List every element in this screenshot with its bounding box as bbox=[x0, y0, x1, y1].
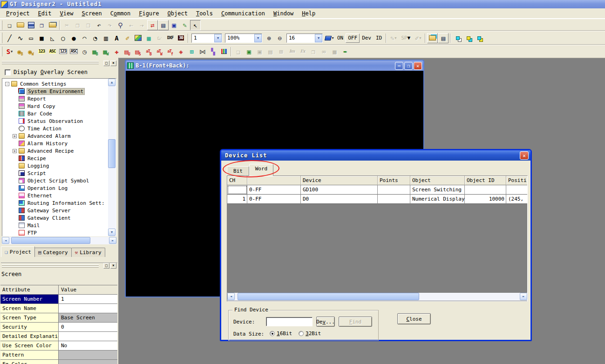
new-screen-button[interactable]: ❐ bbox=[36, 20, 47, 30]
tree-item-ftp[interactable]: FTP bbox=[3, 229, 108, 236]
b1-window-titlebar[interactable]: B-1(Front+Back): – ❐ ✕ bbox=[126, 61, 423, 71]
tree-item-system-environment[interactable]: System Environment bbox=[3, 88, 108, 95]
bit-comment-button[interactable]: ▦B bbox=[90, 47, 101, 57]
off-button[interactable]: OFF bbox=[346, 34, 360, 43]
screen-preview-button[interactable]: ⚲ bbox=[115, 20, 126, 30]
draw-figure-button[interactable]: ✎ bbox=[179, 20, 190, 30]
value-cell[interactable]: Base Screen bbox=[59, 313, 117, 322]
stamp-button[interactable]: ✐▼ bbox=[413, 33, 423, 43]
panelmeter-button[interactable]: ⊞ bbox=[186, 47, 197, 57]
menu-window[interactable]: Window bbox=[269, 9, 298, 18]
arc-button[interactable]: ◠ bbox=[79, 33, 90, 43]
comment-word-button[interactable]: aTW bbox=[154, 47, 165, 57]
system-alarm-button[interactable]: ▤S bbox=[133, 47, 143, 57]
object-list-display-button[interactable]: ▤ bbox=[438, 33, 449, 43]
value-cell[interactable] bbox=[59, 360, 117, 364]
menu-screen[interactable]: Screen bbox=[77, 9, 106, 18]
b1-maximize-button[interactable]: ❐ bbox=[404, 62, 413, 70]
parts-movement-button[interactable]: ⋈ bbox=[197, 47, 208, 57]
data-size-32bit-radio[interactable]: 32Bit bbox=[299, 330, 321, 337]
tree-item-gateway-server[interactable]: Gateway Server bbox=[3, 207, 108, 214]
screen-switch-button[interactable]: ⇄ bbox=[147, 20, 158, 30]
attr-row-use-screen-color[interactable]: Use Screen ColorNo bbox=[0, 341, 117, 351]
menu-figure[interactable]: Figure bbox=[135, 9, 163, 18]
sp-button[interactable]: SP▼ bbox=[399, 34, 413, 43]
tree-hscroll-thumb[interactable] bbox=[11, 237, 90, 244]
numerical-display-button[interactable]: 123 bbox=[36, 47, 47, 57]
tree-item-time-action[interactable]: Time Action bbox=[3, 125, 108, 132]
redo-button[interactable]: ↷ bbox=[104, 20, 115, 30]
hand-cursor-button[interactable]: ☞ bbox=[154, 33, 165, 43]
object-browser-button[interactable]: ▤ bbox=[265, 47, 276, 57]
rectangle-button[interactable]: ▭ bbox=[26, 33, 36, 43]
tree-scroll-down-button[interactable]: ▼ bbox=[108, 229, 116, 236]
tree-item-operation-log[interactable]: Operation Log bbox=[3, 184, 108, 192]
filled-circle-button[interactable]: ● bbox=[68, 33, 79, 43]
device-table-hscrollbar[interactable]: ◄ ► bbox=[227, 293, 527, 301]
attr-row-fg-color[interactable]: Fg Color bbox=[0, 360, 117, 364]
line-button[interactable]: ╱ bbox=[4, 33, 15, 43]
switch-object-button-dropdown-icon[interactable]: ▼ bbox=[11, 50, 13, 54]
device-list-close-icon[interactable]: ✕ bbox=[520, 151, 529, 160]
text-button[interactable]: A bbox=[111, 33, 122, 43]
attr-row-detailed-explanation[interactable]: Detailed Explanation bbox=[0, 332, 117, 341]
tree-item-object-script-symbol[interactable]: Object Script Symbol bbox=[3, 177, 108, 184]
tab-category[interactable]: ▤Category bbox=[34, 248, 72, 257]
stack-front-button[interactable] bbox=[452, 33, 463, 43]
tree-vscroll-thumb[interactable] bbox=[108, 139, 116, 168]
tree-item-status-observation[interactable]: Status Observation bbox=[3, 117, 108, 125]
user-alarm-button[interactable]: ▤U bbox=[122, 47, 133, 57]
save-project-button[interactable] bbox=[26, 20, 36, 30]
next-tool-button[interactable]: ➨ bbox=[340, 47, 351, 57]
tree-item-report[interactable]: Report bbox=[3, 95, 108, 102]
stamp-button-dropdown-icon[interactable]: ▼ bbox=[419, 36, 421, 40]
export-button[interactable]: Ex bbox=[297, 47, 308, 57]
collapse-icon[interactable]: - bbox=[5, 82, 9, 86]
tree-item-script[interactable]: Script bbox=[3, 169, 108, 177]
col-header-object-id[interactable]: Object ID bbox=[465, 176, 506, 185]
edit-vertex-button-dropdown-icon[interactable]: ▼ bbox=[394, 36, 396, 40]
copy-button[interactable]: ❐ bbox=[72, 20, 83, 30]
numerical-input-button[interactable]: 123 bbox=[58, 47, 68, 57]
value-cell[interactable]: 0 bbox=[59, 323, 117, 331]
menu-project[interactable]: Project bbox=[2, 9, 34, 18]
scale-button[interactable]: ▥ bbox=[101, 33, 111, 43]
word-lamp-button[interactable]: ◉W bbox=[26, 47, 36, 57]
previous-screen-button[interactable]: ⇠ bbox=[126, 20, 136, 30]
menu-help[interactable]: Help bbox=[298, 9, 319, 18]
undo-button[interactable]: ↶ bbox=[94, 20, 104, 30]
screen-property-button[interactable]: ❏ bbox=[233, 47, 244, 57]
id-display-button[interactable]: ID bbox=[374, 34, 384, 43]
tree-scroll-right-button[interactable]: ► bbox=[109, 237, 116, 244]
zoom-in-button[interactable]: ⊕ bbox=[264, 33, 274, 43]
ascii-input-button[interactable]: ASC bbox=[68, 47, 79, 57]
tree-item-logging[interactable]: Logging bbox=[3, 162, 108, 169]
tree-scroll-left-button[interactable]: ◄ bbox=[2, 237, 9, 244]
project-panel-close-button[interactable]: × bbox=[110, 61, 116, 66]
comment-bit-button[interactable]: aTB bbox=[143, 47, 154, 57]
cut-button[interactable]: ✂ bbox=[61, 20, 72, 30]
device-search-input[interactable] bbox=[266, 317, 313, 326]
data-view-button[interactable]: ⊞ bbox=[276, 47, 286, 57]
screen-call-button[interactable]: ▦ bbox=[143, 33, 154, 43]
menu-object[interactable]: Object bbox=[163, 9, 192, 18]
find-button[interactable]: Find bbox=[339, 317, 372, 327]
tab-library[interactable]: ⚒Library bbox=[71, 248, 105, 257]
attr-row-screen-number[interactable]: Screen Number1 bbox=[0, 295, 117, 304]
word-comment-button[interactable]: ▦W bbox=[101, 47, 111, 57]
device-row-1[interactable]: 0-FFGD100Screen Switching bbox=[227, 185, 527, 195]
value-cell[interactable] bbox=[59, 351, 117, 359]
tb2-grip[interactable] bbox=[1, 33, 2, 43]
zoom-out-button[interactable]: ⊖ bbox=[274, 33, 285, 43]
col-header-points[interactable]: Points bbox=[378, 176, 410, 185]
menu-communication[interactable]: Communication bbox=[217, 9, 269, 18]
screen-number-combo-dropdown-icon[interactable]: ▼ bbox=[214, 34, 222, 42]
set-overlay-button[interactable]: ▣ bbox=[244, 47, 254, 57]
color-count-combo-dropdown-icon[interactable]: ▼ bbox=[315, 34, 322, 42]
col-header-object[interactable]: Object bbox=[410, 176, 465, 185]
comment-fixed-button[interactable]: aTf bbox=[165, 47, 176, 57]
tab-project[interactable]: ❏Project bbox=[1, 246, 35, 257]
tree-item-recipe[interactable]: Recipe bbox=[3, 155, 108, 162]
device-table-hscroll-thumb[interactable] bbox=[238, 293, 419, 300]
tree-item-mail[interactable]: Mail bbox=[3, 222, 108, 229]
